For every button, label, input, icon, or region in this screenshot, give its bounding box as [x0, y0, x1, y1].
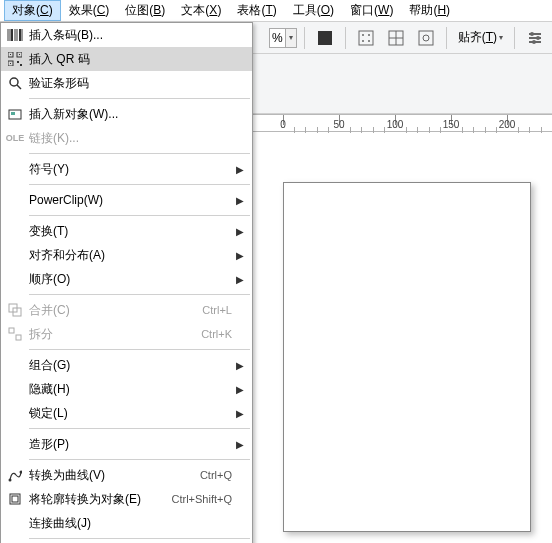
break-icon [1, 327, 29, 341]
ole-icon: OLE [1, 133, 29, 143]
menu-item-label: 造形(P) [29, 436, 244, 453]
menu-item[interactable]: 连接曲线(J) [1, 511, 252, 535]
menu-shortcut: Ctrl+Shift+Q [171, 493, 244, 505]
property-bar [253, 54, 552, 114]
grid-icon-3[interactable] [413, 25, 439, 51]
menu-shortcut: Ctrl+L [202, 304, 244, 316]
svg-point-14 [530, 32, 534, 36]
snap-button[interactable]: 贴齐(T) ▾ [454, 27, 507, 48]
menu-item[interactable]: 插入 QR 码 [1, 47, 252, 71]
menu-item-label: 将轮廓转换为对象(E) [29, 491, 171, 508]
menu-item[interactable]: 符号(Y)▶ [1, 157, 252, 181]
menu-separator [29, 428, 250, 429]
menu-item: 拆分Ctrl+K [1, 322, 252, 346]
menu-item-label: 链接(K)... [29, 130, 244, 147]
menu-item-label: 锁定(L) [29, 405, 244, 422]
submenu-arrow-icon: ▶ [236, 274, 244, 285]
menu-item-label: 连接曲线(J) [29, 515, 244, 532]
menu-shortcut: Ctrl+K [201, 328, 244, 340]
submenu-arrow-icon: ▶ [236, 226, 244, 237]
zoom-percent[interactable]: % ▾ [269, 28, 297, 48]
menu-separator [29, 459, 250, 460]
menu-item[interactable]: 验证条形码 [1, 71, 252, 95]
menu-工具[interactable]: 工具(O) [285, 0, 342, 21]
object-menu: 插入条码(B)...插入 QR 码验证条形码插入新对象(W)...OLE链接(K… [0, 22, 253, 543]
menu-item[interactable]: 变换(T)▶ [1, 219, 252, 243]
svg-rect-1 [359, 31, 373, 45]
options-icon[interactable] [522, 25, 548, 51]
svg-rect-29 [10, 63, 11, 64]
menu-item[interactable]: 顺序(O)▶ [1, 267, 252, 291]
menu-item[interactable]: 组合(G)▶ [1, 353, 252, 377]
menu-表格[interactable]: 表格(T) [229, 0, 284, 21]
svg-point-5 [368, 40, 370, 42]
menu-效果[interactable]: 效果(C) [61, 0, 118, 21]
menu-item-label: 组合(G) [29, 357, 244, 374]
menu-separator [29, 184, 250, 185]
svg-rect-43 [12, 496, 18, 502]
menu-item[interactable]: 插入条码(B)... [1, 23, 252, 47]
menu-item-label: PowerClip(W) [29, 193, 244, 207]
svg-point-16 [532, 40, 536, 44]
curve-icon [1, 468, 29, 482]
grid-icon-1[interactable] [353, 25, 379, 51]
ruler-label: 200 [499, 119, 516, 130]
svg-point-15 [536, 36, 540, 40]
search-icon [1, 76, 29, 90]
menu-separator [29, 538, 250, 539]
submenu-arrow-icon: ▶ [236, 408, 244, 419]
menu-item-label: 顺序(O) [29, 271, 244, 288]
menu-item[interactable]: PowerClip(W)▶ [1, 188, 252, 212]
menu-item[interactable]: 插入新对象(W)... [1, 102, 252, 126]
grid-icon-2[interactable] [383, 25, 409, 51]
svg-rect-27 [10, 54, 11, 55]
submenu-arrow-icon: ▶ [236, 195, 244, 206]
horizontal-ruler: 050100150200 [253, 114, 552, 132]
svg-rect-9 [419, 31, 433, 45]
menu-item-label: 符号(Y) [29, 161, 244, 178]
submenu-arrow-icon: ▶ [236, 439, 244, 450]
menu-separator [29, 294, 250, 295]
menu-item-label: 合并(C) [29, 302, 202, 319]
menu-对象[interactable]: 对象(C) [4, 0, 61, 21]
menu-文本[interactable]: 文本(X) [173, 0, 229, 21]
svg-rect-30 [17, 61, 19, 63]
menu-item-label: 变换(T) [29, 223, 244, 240]
menu-item[interactable]: 对齐和分布(A)▶ [1, 243, 252, 267]
menu-item-label: 拆分 [29, 326, 201, 343]
menu-separator [29, 215, 250, 216]
menu-item[interactable]: 转换为曲线(V)Ctrl+Q [1, 463, 252, 487]
ruler-label: 50 [333, 119, 344, 130]
svg-rect-0 [318, 31, 332, 45]
svg-rect-39 [16, 335, 21, 340]
menu-separator [29, 153, 250, 154]
svg-point-4 [362, 40, 364, 42]
fill-icon[interactable] [312, 25, 338, 51]
menu-item[interactable]: 将轮廓转换为对象(E)Ctrl+Shift+Q [1, 487, 252, 511]
menu-item: 合并(C)Ctrl+L [1, 298, 252, 322]
svg-point-40 [9, 479, 12, 482]
svg-line-33 [17, 85, 21, 89]
menu-窗口[interactable]: 窗口(W) [342, 0, 401, 21]
menu-item-label: 隐藏(H) [29, 381, 244, 398]
menu-item[interactable]: 隐藏(H)▶ [1, 377, 252, 401]
svg-rect-31 [20, 64, 22, 66]
menu-item-label: 插入 QR 码 [29, 51, 244, 68]
menu-帮助[interactable]: 帮助(H) [401, 0, 458, 21]
outline-icon [1, 492, 29, 506]
ruler-label: 0 [280, 119, 286, 130]
menu-separator [29, 98, 250, 99]
menu-位图[interactable]: 位图(B) [117, 0, 173, 21]
ruler-label: 150 [443, 119, 460, 130]
svg-point-10 [423, 35, 429, 41]
svg-rect-38 [9, 328, 14, 333]
menu-item-label: 插入条码(B)... [29, 27, 244, 44]
menu-item-label: 对齐和分布(A) [29, 247, 244, 264]
menu-shortcut: Ctrl+Q [200, 469, 244, 481]
qr-icon [1, 52, 29, 66]
new-obj-icon [1, 107, 29, 121]
menu-item-label: 验证条形码 [29, 75, 244, 92]
menu-item[interactable]: 造形(P)▶ [1, 432, 252, 456]
menu-item[interactable]: 锁定(L)▶ [1, 401, 252, 425]
page[interactable] [283, 182, 531, 532]
